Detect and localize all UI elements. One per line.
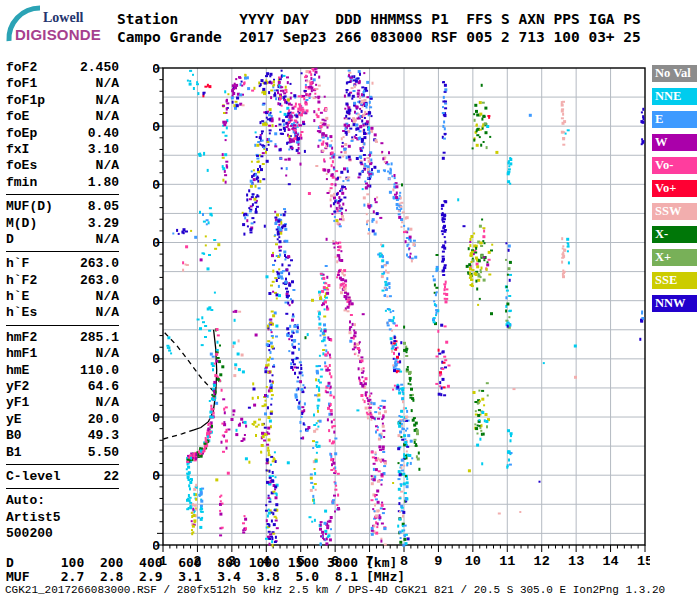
parameter-value: 20.0 — [88, 412, 119, 428]
parameter-value: N/A — [96, 109, 119, 125]
parameter-row: h`EsN/A — [6, 305, 119, 321]
parameter-value: 285.1 — [80, 330, 119, 346]
y-axis-label-500: 500 — [153, 294, 160, 309]
parameter-row: foEp0.40 — [6, 126, 119, 142]
profile-dashed-lower — [163, 430, 194, 439]
legend-item-w: W — [652, 134, 697, 151]
parameter-label: yE — [6, 412, 22, 428]
panel-divider — [6, 325, 119, 326]
parameter-row: yF264.6 — [6, 379, 119, 395]
ionogram-plot: 9008007006005004003002008012345678910111… — [153, 64, 650, 576]
parameter-label: yF2 — [6, 379, 29, 395]
parameter-value: N/A — [96, 395, 119, 411]
y-axis-label-300: 300 — [153, 411, 160, 426]
parameter-value: 8.05 — [88, 199, 119, 215]
parameter-row: B15.50 — [6, 445, 119, 461]
parameter-label: foEp — [6, 126, 37, 142]
x-axis-label-13: 13 — [568, 554, 584, 569]
parameter-row: C-level22 — [6, 469, 119, 485]
legend-item-vo-: Vo- — [652, 157, 697, 174]
parameter-label: MUF(D) — [6, 199, 53, 215]
panel-divider — [6, 251, 119, 252]
parameter-value: N/A — [96, 289, 119, 305]
parameter-row: h`F2263.0 — [6, 273, 119, 289]
parameter-value: N/A — [96, 93, 119, 109]
parameter-row: yE20.0 — [6, 412, 119, 428]
legend-item-vo+: Vo+ — [652, 180, 697, 197]
parameter-label: C-level — [6, 469, 61, 485]
parameter-value: N/A — [96, 76, 119, 92]
y-axis-label-80: 80 — [153, 539, 160, 554]
parameter-value: 3.29 — [88, 216, 119, 232]
parameter-row: MUF(D)8.05 — [6, 199, 119, 215]
parameter-row: foEN/A — [6, 109, 119, 125]
parameter-value: N/A — [96, 305, 119, 321]
logo-lowell-text: Lowell — [43, 10, 83, 26]
y-axis-label-700: 700 — [153, 178, 160, 193]
parameter-label: hmF2 — [6, 330, 37, 346]
parameter-row: foF1pN/A — [6, 93, 119, 109]
station-header: Station YYYY DAY DDD HHMMSS P1 FFS S AXN… — [117, 10, 641, 46]
y-axis-label-900: 900 — [153, 64, 160, 77]
x-axis-label-9: 9 — [434, 554, 442, 569]
parameter-label: B0 — [6, 428, 22, 444]
parameter-value: N/A — [96, 346, 119, 362]
parameter-row: yF1N/A — [6, 395, 119, 411]
panel-divider — [6, 464, 119, 465]
parameter-value: 64.6 — [88, 379, 119, 395]
legend-item-e: E — [652, 111, 697, 128]
legend-item-nne: NNE — [652, 88, 697, 105]
y-axis-label-600: 600 — [153, 236, 160, 251]
parameter-label: M(D) — [6, 216, 37, 232]
parameter-label: foEs — [6, 158, 37, 174]
parameter-label: fxI — [6, 142, 29, 158]
parameter-row: M(D)3.29 — [6, 216, 119, 232]
parameter-row: h`EN/A — [6, 289, 119, 305]
parameter-row: B049.3 — [6, 428, 119, 444]
parameter-value: 263.0 — [80, 273, 119, 289]
parameter-row: hmF2285.1 — [6, 330, 119, 346]
parameter-label: h`E — [6, 289, 29, 305]
parameter-value: 1.80 — [88, 175, 119, 191]
parameter-label: foE — [6, 109, 29, 125]
parameter-value: 3.10 — [88, 142, 119, 158]
legend-item-ssw: SSW — [652, 203, 697, 220]
autoscaling-info-line: Auto: — [6, 493, 119, 509]
direction-legend: No ValNNEEWVo-Vo+SSWX-X+SSENNW — [652, 65, 698, 318]
parameter-value: N/A — [96, 232, 119, 248]
parameter-value: N/A — [96, 158, 119, 174]
logo-digisonde-text: DIGISONDE — [15, 26, 101, 43]
x-axis-label-12: 12 — [534, 554, 550, 569]
parameter-value: 22 — [103, 469, 119, 485]
parameter-panel: foF22.450foF1N/AfoF1pN/AfoEN/AfoEp0.40fx… — [6, 60, 119, 543]
parameter-label: B1 — [6, 445, 22, 461]
parameter-row: hmF1N/A — [6, 346, 119, 362]
x-axis-label-10: 10 — [465, 554, 481, 569]
parameter-row: fxI3.10 — [6, 142, 119, 158]
y-axis-label-200: 200 — [153, 469, 160, 484]
legend-item-x+: X+ — [652, 249, 697, 266]
status-line: CGK21_2017266083000.RSF / 280fx512h 50 k… — [5, 584, 665, 596]
panel-divider — [6, 488, 119, 489]
parameter-value: 2.450 — [80, 60, 119, 76]
parameter-row: DN/A — [6, 232, 119, 248]
parameter-label: h`Es — [6, 305, 37, 321]
y-axis-label-800: 800 — [153, 120, 160, 135]
legend-item-no-val: No Val — [652, 65, 697, 82]
parameter-label: fmin — [6, 175, 37, 191]
parameter-row: h`F263.0 — [6, 256, 119, 272]
panel-divider — [6, 194, 119, 195]
muf-row: MUF 2.7 2.8 2.9 3.1 3.4 3.8 5.0 8.1 [MHz… — [6, 569, 405, 584]
profile-dashed-upper — [165, 333, 215, 393]
parameter-label: foF2 — [6, 60, 37, 76]
parameter-label: yF1 — [6, 395, 29, 411]
legend-item-nnw: NNW — [652, 295, 697, 312]
parameter-label: foF1 — [6, 76, 37, 92]
parameter-value: 0.40 — [88, 126, 119, 142]
parameter-row: fmin1.80 — [6, 175, 119, 191]
parameter-label: hmF1 — [6, 346, 37, 362]
parameter-row: foEsN/A — [6, 158, 119, 174]
parameter-label: foF1p — [6, 93, 45, 109]
header-line-1: Station YYYY DAY DDD HHMMSS P1 FFS S AXN… — [117, 11, 641, 27]
x-axis-label-14: 14 — [602, 554, 618, 569]
